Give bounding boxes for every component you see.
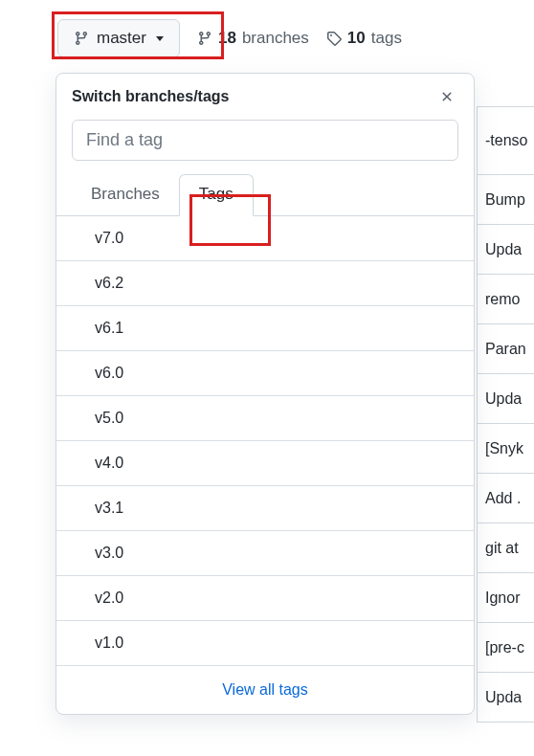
- branches-label: branches: [242, 29, 309, 48]
- background-file-list: -tenso Bump Upda remo Paran Upda [Snyk A…: [477, 106, 534, 723]
- tag-item[interactable]: v6.1: [56, 306, 474, 351]
- tag-item[interactable]: v6.0: [56, 351, 474, 396]
- list-item: git at: [477, 523, 534, 573]
- list-item: Upda: [477, 374, 534, 424]
- search-input[interactable]: [72, 120, 458, 161]
- tag-item[interactable]: v6.2: [56, 261, 474, 306]
- git-branch-icon: [197, 31, 212, 46]
- list-item: [pre-c: [477, 623, 534, 673]
- tags-count: 10: [347, 29, 366, 48]
- tag-icon: [326, 31, 342, 46]
- tag-item[interactable]: v5.0: [56, 396, 474, 441]
- list-item: Paran: [477, 324, 534, 374]
- tag-item[interactable]: v3.0: [56, 531, 474, 576]
- tab-tags[interactable]: Tags: [179, 174, 254, 216]
- tag-item[interactable]: v3.1: [56, 486, 474, 531]
- list-item: Upda: [477, 225, 534, 275]
- branches-link[interactable]: 18 branches: [197, 29, 309, 48]
- list-item: remo: [477, 275, 534, 324]
- list-item: Add .: [477, 474, 534, 523]
- popover-title: Switch branches/tags: [72, 88, 230, 105]
- tag-item[interactable]: v7.0: [56, 216, 474, 261]
- list-item: Bump: [477, 175, 534, 225]
- list-item: Upda: [477, 673, 534, 723]
- git-branch-icon: [74, 31, 89, 46]
- tags-link[interactable]: 10 tags: [326, 29, 402, 48]
- tags-label: tags: [371, 29, 402, 48]
- tag-item[interactable]: v1.0: [56, 621, 474, 666]
- view-all-tags-link[interactable]: View all tags: [56, 666, 474, 714]
- tag-item[interactable]: v4.0: [56, 441, 474, 486]
- caret-down-icon: [156, 36, 164, 41]
- list-item: [Snyk: [477, 424, 534, 474]
- ref-selector-popover: Switch branches/tags Branches Tags v7.0 …: [56, 73, 475, 715]
- close-icon: [439, 89, 455, 104]
- branch-switcher-label: master: [97, 29, 146, 48]
- branches-count: 18: [218, 29, 236, 48]
- list-item: -tenso: [477, 106, 534, 175]
- tab-branches[interactable]: Branches: [72, 174, 179, 215]
- list-item: Ignor: [477, 573, 534, 623]
- tag-list: v7.0 v6.2 v6.1 v6.0 v5.0 v4.0 v3.1 v3.0 …: [56, 216, 474, 666]
- tag-item[interactable]: v2.0: [56, 576, 474, 621]
- branch-switcher-button[interactable]: master: [57, 19, 180, 57]
- close-button[interactable]: [435, 85, 458, 108]
